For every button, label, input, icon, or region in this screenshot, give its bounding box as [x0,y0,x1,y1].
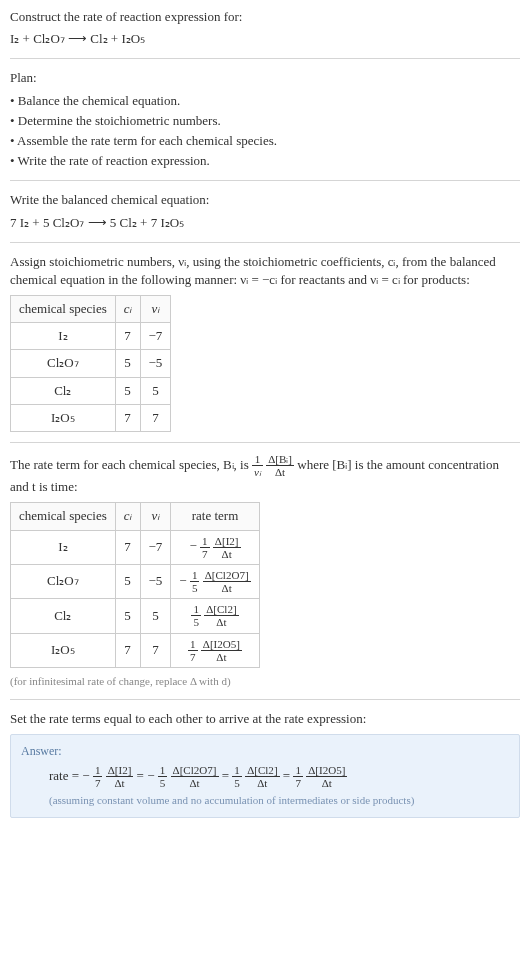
col-vi: νᵢ [140,503,171,530]
fraction-num: Δ[I2O5] [306,764,347,777]
rate-term-formula: 1 νᵢ Δ[Bᵢ] Δt [252,457,297,472]
fraction-num: Δ[I2] [106,764,134,777]
table-row: Cl₂O₇ 5 −5 [11,350,171,377]
fraction-num: 1 [232,764,242,777]
fraction-den: Δt [306,777,347,789]
cell-rate-term: 15 Δ[Cl2]Δt [171,599,259,633]
cell-rate-term: 17 Δ[I2O5]Δt [171,633,259,667]
fraction-den: Δt [245,777,279,789]
stoich-table: chemical species cᵢ νᵢ I₂ 7 −7 Cl₂O₇ 5 −… [10,295,171,432]
cell-species: Cl₂O₇ [11,350,116,377]
fraction-den: 5 [158,777,168,789]
separator [10,242,520,243]
table-row: I₂O₅ 7 7 17 Δ[I2O5]Δt [11,633,260,667]
separator [10,442,520,443]
col-vi: νᵢ [140,296,171,323]
balanced-section: Write the balanced chemical equation: 7 … [10,191,520,231]
cell-vi: −5 [140,564,171,598]
col-species: chemical species [11,296,116,323]
fraction-num: 1 [158,764,168,777]
equals: = [283,768,294,783]
inner-fraction: Δ[Bᵢ] Δt [266,453,294,478]
rate-terms-table: chemical species cᵢ νᵢ rate term I₂ 7 −7… [10,502,260,667]
fraction-num: Δ[Cl2] [245,764,279,777]
fraction-den: Δt [213,548,241,560]
table-row: Cl₂ 5 5 [11,377,171,404]
fraction-num: 1 [191,603,201,616]
sign: − [147,768,154,783]
table-row: I₂O₅ 7 7 [11,404,171,431]
cell-ci: 5 [115,599,140,633]
fraction-num: Δ[Bᵢ] [266,453,294,466]
cell-species: I₂ [11,323,116,350]
fraction-num: Δ[Cl2] [204,603,238,616]
fraction-den: 7 [200,548,210,560]
fraction-num: 1 [93,764,103,777]
cell-species: Cl₂ [11,377,116,404]
sign: − [82,768,89,783]
table-row: Cl₂ 5 5 15 Δ[Cl2]Δt [11,599,260,633]
cell-ci: 7 [115,633,140,667]
fraction-num: Δ[I2O5] [201,638,242,651]
fraction-den: 5 [232,777,242,789]
fraction-den: Δt [204,616,238,628]
fraction-den: 7 [93,777,103,789]
cell-ci: 5 [115,377,140,404]
fraction-den: νᵢ [252,466,263,478]
cell-rate-term: − 17 Δ[I2]Δt [171,530,259,564]
cell-rate-term: − 15 Δ[Cl2O7]Δt [171,564,259,598]
plan-title: Plan: [10,69,520,87]
fraction-den: Δt [201,651,242,663]
stoich-intro: Assign stoichiometric numbers, νᵢ, using… [10,253,520,289]
fraction-den: 5 [191,616,201,628]
cell-vi: 7 [140,633,171,667]
balanced-equation: 7 I₂ + 5 Cl₂O₇ ⟶ 5 Cl₂ + 7 I₂O₅ [10,214,520,232]
rate-expression: rate = − 17 Δ[I2]Δt = − 15 Δ[Cl2O7]Δt = … [21,764,509,789]
plan-list: Balance the chemical equation. Determine… [10,92,520,171]
table-row: I₂ 7 −7 − 17 Δ[I2]Δt [11,530,260,564]
intro-prefix: The rate term for each chemical species,… [10,457,252,472]
rate-terms-section: The rate term for each chemical species,… [10,453,520,689]
cell-ci: 5 [115,350,140,377]
sign: − [189,538,196,553]
balanced-title: Write the balanced chemical equation: [10,191,520,209]
separator [10,699,520,700]
col-rate-term: rate term [171,503,259,530]
cell-ci: 7 [115,530,140,564]
table-row: I₂ 7 −7 [11,323,171,350]
plan-section: Plan: Balance the chemical equation. Det… [10,69,520,170]
fraction-den: 7 [293,777,303,789]
sign: − [179,573,186,588]
equals: = [222,768,233,783]
fraction-num: 1 [190,569,200,582]
cell-species: Cl₂O₇ [11,564,116,598]
fraction-num: Δ[Cl2O7] [171,764,219,777]
separator [10,58,520,59]
fraction-den: Δt [171,777,219,789]
fraction-num: 1 [252,453,263,466]
col-ci: cᵢ [115,296,140,323]
cell-species: I₂O₅ [11,633,116,667]
prompt-section: Construct the rate of reaction expressio… [10,8,520,48]
cell-species: I₂O₅ [11,404,116,431]
table-row: Cl₂O₇ 5 −5 − 15 Δ[Cl2O7]Δt [11,564,260,598]
rate-terms-footnote: (for infinitesimal rate of change, repla… [10,674,520,689]
equals: = [137,768,148,783]
cell-ci: 5 [115,564,140,598]
answer-note: (assuming constant volume and no accumul… [21,793,509,808]
plan-item: Determine the stoichiometric numbers. [10,112,520,130]
answer-box: Answer: rate = − 17 Δ[I2]Δt = − 15 Δ[Cl2… [10,734,520,817]
final-section: Set the rate terms equal to each other t… [10,710,520,818]
unbalanced-equation: I₂ + Cl₂O₇ ⟶ Cl₂ + I₂O₅ [10,30,520,48]
fraction-num: 1 [188,638,198,651]
plan-item: Balance the chemical equation. [10,92,520,110]
final-intro: Set the rate terms equal to each other t… [10,710,520,728]
fraction-den: Δt [203,582,251,594]
rate-terms-intro: The rate term for each chemical species,… [10,453,520,496]
col-ci: cᵢ [115,503,140,530]
plan-item: Write the rate of reaction expression. [10,152,520,170]
fraction-num: 1 [200,535,210,548]
fraction-den: Δt [266,466,294,478]
cell-vi: −5 [140,350,171,377]
fraction-den: Δt [106,777,134,789]
